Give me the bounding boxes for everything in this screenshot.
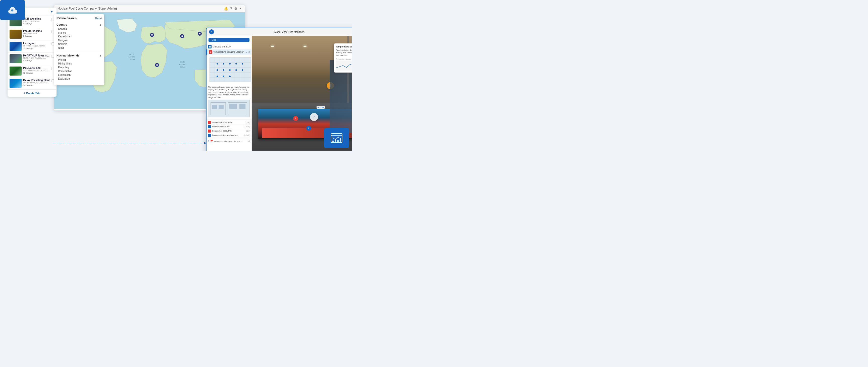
nuclear-materials-filter-section: Nuclear Materials ▲ Project Mining Sites…	[57, 53, 102, 80]
country-section-title: Country	[57, 23, 67, 26]
temp-chart	[336, 61, 352, 71]
doc-item-screenshot2[interactable]: Screenshot 2023.JPG (1M)	[208, 129, 250, 133]
nuclear-filter-items: Project Mining Sites Recycling Remediati…	[57, 58, 102, 80]
svg-point-32	[223, 63, 224, 65]
reset-button[interactable]: Reset	[95, 17, 102, 20]
sidebar-item-temp-sensors[interactable]: 🌡 Temperature Sensors Location and Guide…	[207, 49, 251, 55]
country-filter-item[interactable]: France	[57, 31, 102, 35]
site-thumbnail	[9, 30, 22, 39]
site-list-item[interactable]: La Hague 10482 La Hague, France 15 Surve…	[7, 40, 57, 53]
nuclear-filter-item[interactable]: Mining Sites	[57, 62, 102, 66]
site-list-item[interactable]: McCLEAN Site Saskatchewan S6J 3C5, Canad…	[7, 65, 57, 77]
svg-point-38	[229, 69, 230, 71]
svg-rect-49	[229, 104, 237, 109]
content-desc-text: Flat bars and round bars are manufacture…	[208, 86, 250, 99]
svg-point-43	[229, 75, 230, 77]
svg-rect-48	[219, 105, 224, 109]
country-filter-item[interactable]: Kazakhstan	[57, 35, 102, 38]
country-filter-item[interactable]: Canada	[57, 27, 102, 31]
site-list-item[interactable]: Melox Recycling Plant Les Tourettes, 041…	[7, 77, 57, 90]
site-thumbnail	[9, 79, 22, 88]
nav-arrow-left[interactable]: ‹	[310, 113, 318, 121]
country-label: France	[58, 31, 66, 34]
svg-point-8	[199, 33, 200, 34]
site-thumbnail	[9, 67, 22, 75]
svg-rect-60	[337, 140, 339, 142]
doc-icon-jpg2	[208, 130, 211, 133]
country-filter-item[interactable]: Mongolia	[57, 38, 102, 42]
floorplan-area	[207, 55, 251, 85]
doc-icon-pdf	[208, 125, 211, 128]
add-button[interactable]: + Add	[209, 38, 249, 42]
svg-rect-58	[332, 141, 334, 142]
site-name: Melox Recycling Plant	[23, 79, 50, 81]
country-filter-item[interactable]: Niger	[57, 46, 102, 50]
filter-button[interactable]: ▼	[49, 9, 55, 14]
site-thumbnail	[9, 42, 22, 51]
svg-rect-50	[239, 104, 245, 109]
help-icon[interactable]: ?	[230, 6, 232, 10]
country-filter-item[interactable]: Namibia	[57, 42, 102, 46]
country-filter-items: Canada France Kazakhstan Mongolia Namibi…	[57, 27, 102, 50]
svg-point-34	[236, 63, 237, 65]
ceiling-light-1	[271, 46, 274, 47]
nuclear-label: Recycling	[58, 66, 69, 69]
nuclear-section-header[interactable]: Nuclear Materials ▲	[57, 53, 102, 58]
doc-item-dashboard[interactable]: Dashboard Submission.docx (3.2MB)	[208, 133, 250, 138]
viewer-tools: + Add	[207, 36, 251, 44]
viewer-logo: ●	[209, 29, 214, 34]
svg-text:Atlantic: Atlantic	[128, 56, 135, 58]
info-badge-red[interactable]: i	[293, 116, 298, 121]
site-name: McCLEAN Site	[23, 67, 50, 69]
site-list-item[interactable]: McARTHUR River mine McARTHUR RIVER mine …	[7, 53, 57, 65]
doc-size-screenshot1: (184)	[246, 122, 250, 123]
site-sub: Imouraren mine	[23, 32, 50, 35]
viewer-topbar: ● Global View (Site Manager) 🔔 ? ⚙ ×	[207, 28, 352, 36]
nuclear-label: Remediation	[58, 70, 72, 72]
viewer-sidebar: + Add 📄 Manuals and SOP 🌡 Temperature Se…	[207, 36, 252, 151]
site-info: Melox Recycling Plant Les Tourettes, 041…	[23, 79, 50, 86]
sidebar-item-manuals[interactable]: 📄 Manuals and SOP	[207, 44, 251, 49]
nuclear-section-title: Nuclear Materials	[57, 54, 80, 57]
site-info: Imouraren Mine Imouraren mine 2 Surveys	[23, 30, 50, 37]
site-info: La Hague 10482 La Hague, France 15 Surve…	[23, 42, 50, 49]
nuclear-filter-item[interactable]: Exploration	[57, 73, 102, 77]
cloud-upload-icon[interactable]	[0, 0, 25, 20]
manuals-icon: 📄	[208, 45, 212, 48]
doc-icon-jpg1	[208, 121, 211, 124]
temp-sensor-popup-title: Temperature sensor	[336, 45, 352, 48]
temp-sensor-popup: Temperature sensor Tag description displ…	[334, 43, 352, 72]
share-icon[interactable]: ⤴	[208, 140, 209, 142]
nuclear-filter-item[interactable]: Project	[57, 58, 102, 62]
map-pin-mongolia	[198, 32, 202, 36]
site-surveys: 12 Surveys	[23, 72, 50, 74]
site-sub: McARTHUR RIVER mine	[23, 57, 50, 59]
temp-sensor-settings-icon[interactable]: ⚙	[248, 51, 250, 53]
bell-icon[interactable]: 🔔	[224, 6, 228, 10]
site-surveys: 34 Surveys	[23, 84, 50, 86]
download-icon[interactable]: ⬇	[248, 140, 250, 142]
share-icon2[interactable]: 🚩	[210, 140, 213, 142]
nuclear-filter-item[interactable]: Evaluation	[57, 77, 102, 80]
nuclear-filter-item[interactable]: Recycling	[57, 66, 102, 69]
site-info: McCLEAN Site Saskatchewan S6J 3C5, Canad…	[23, 67, 50, 74]
site-list-item[interactable]: Imouraren Mine Imouraren mine 2 Surveys	[7, 28, 57, 40]
country-chevron-icon: ▲	[99, 23, 102, 26]
refine-search-panel: Refine Search Reset Country ▲ Canada Fra…	[54, 14, 104, 85]
svg-text:Atlantic: Atlantic	[179, 63, 186, 66]
analytics-icon-wrapper[interactable]	[324, 128, 349, 148]
doc-item-screenshot1[interactable]: Screenshot 2022.JPG (184)	[208, 121, 250, 125]
site-sub: CIUFF LAKE mine	[23, 20, 50, 22]
settings-icon[interactable]: ⚙	[234, 6, 238, 10]
blueprint-image	[210, 57, 251, 82]
country-label: Mongolia	[58, 39, 68, 42]
country-section-header[interactable]: Country ▲	[57, 22, 102, 27]
info-badge-blue[interactable]: i	[306, 126, 311, 131]
content-desc: Flat bars and round bars are manufacture…	[207, 85, 251, 120]
doc-item-manual[interactable]: Product manual.pdf (3.5MB)	[208, 125, 250, 129]
create-site-button[interactable]: + Create Site	[7, 90, 57, 97]
close-icon[interactable]: ×	[240, 6, 242, 10]
nuclear-filter-item[interactable]: Remediation	[57, 69, 102, 73]
svg-text:South: South	[180, 61, 185, 63]
refine-header: Refine Search Reset	[57, 16, 102, 20]
